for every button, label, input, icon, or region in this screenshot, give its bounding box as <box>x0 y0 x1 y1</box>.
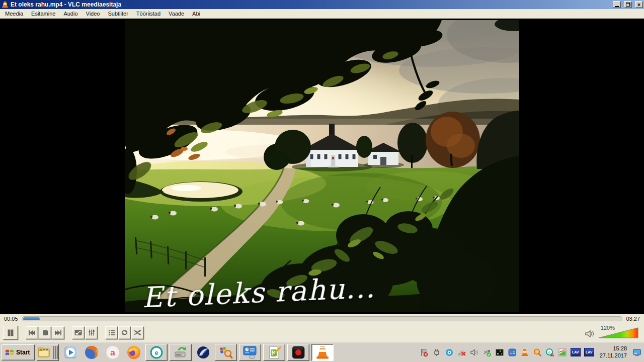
stop-icon <box>42 330 48 336</box>
total-time: 03:27 <box>626 316 640 322</box>
menu-esitamine[interactable]: Esitamine <box>27 10 59 18</box>
blue-dot-icon[interactable] <box>445 348 454 357</box>
start-label: Start <box>16 349 30 356</box>
volume-percent: 120% <box>601 325 615 331</box>
speaker-icon <box>585 329 595 339</box>
menu-meedia[interactable]: Meedia <box>1 10 27 18</box>
video-area[interactable]: Et oleks rahu... <box>0 19 644 314</box>
menu-abi[interactable]: Abi <box>188 10 204 18</box>
seek-slider[interactable] <box>22 316 623 321</box>
menu-audio[interactable]: Audio <box>59 10 82 18</box>
menu-vaade[interactable]: Vaade <box>165 10 188 18</box>
tray-volume-icon[interactable] <box>470 348 479 357</box>
elapsed-time: 00:05 <box>4 316 18 322</box>
blue-feather-icon[interactable] <box>194 344 213 361</box>
pond <box>162 182 238 198</box>
volume-control[interactable]: 120% <box>585 327 641 339</box>
video-frame: Et oleks rahu... <box>125 20 519 312</box>
record-icon <box>291 345 305 359</box>
display-settings-icon <box>243 345 258 359</box>
shuffle-icon <box>134 329 141 336</box>
notepad-plus-plus-icon <box>267 345 281 359</box>
lav-filter-icon-2[interactable]: LAV <box>584 348 594 356</box>
menu-tooriistad[interactable]: Tööriistad <box>132 10 165 18</box>
vlc-taskbar-button[interactable] <box>311 344 334 361</box>
driver-updater-button[interactable] <box>170 344 192 361</box>
lav-filter-icon[interactable]: LAV <box>571 348 581 356</box>
minimize-icon <box>615 6 619 7</box>
windows-media-player-icon[interactable] <box>61 344 80 361</box>
eset-letter: e <box>155 349 158 356</box>
extended-settings-button[interactable] <box>85 326 98 339</box>
previous-button[interactable] <box>26 326 38 339</box>
next-button[interactable] <box>52 326 64 339</box>
start-button[interactable]: Start <box>2 344 35 360</box>
taskbar: Start a <box>0 342 644 362</box>
loop-button[interactable] <box>118 326 131 339</box>
svg-text:e: e <box>548 350 551 354</box>
previous-icon <box>28 330 36 336</box>
show-desktop-icon[interactable] <box>632 348 641 357</box>
amigo-letter: a <box>111 348 116 357</box>
driver-updater-icon <box>174 345 188 359</box>
menu-subtiiter[interactable]: Subtiiter <box>104 10 132 18</box>
windows-update-icon[interactable] <box>508 348 517 357</box>
network-disconnected-icon[interactable] <box>457 348 466 357</box>
security-flag-alert-icon[interactable] <box>420 348 429 357</box>
extended-settings-icon <box>88 329 95 336</box>
menubar: Meedia Esitamine Audio Video Subtiiter T… <box>0 9 644 19</box>
system-tray: e ! LAV LAV 15:28 27.11.2017 <box>420 345 642 359</box>
shuffle-button[interactable] <box>131 326 144 339</box>
seek-progress <box>23 317 40 320</box>
playlist-button[interactable] <box>105 326 118 339</box>
minimize-button[interactable] <box>613 1 621 8</box>
display-settings-button[interactable] <box>239 344 261 361</box>
eset-button[interactable]: e <box>145 344 168 361</box>
playlist-icon <box>108 329 115 336</box>
close-icon: × <box>637 2 640 7</box>
orange-search-icon[interactable] <box>533 348 542 357</box>
fullscreen-button[interactable] <box>72 326 85 339</box>
stacked-windows-icon <box>53 346 58 359</box>
stop-button[interactable] <box>39 326 51 339</box>
plug-icon[interactable] <box>432 348 441 357</box>
search-icon <box>218 345 233 359</box>
loop-icon <box>121 329 128 336</box>
network-monitor-icon[interactable] <box>495 348 504 357</box>
firefox-old-icon[interactable] <box>82 344 101 361</box>
fullscreen-icon <box>74 329 82 336</box>
next-icon <box>54 330 62 336</box>
windows-search-button[interactable] <box>215 344 237 361</box>
windows-logo-icon <box>5 348 14 356</box>
seek-row: 00:05 03:27 <box>0 314 644 323</box>
clock-date: 27.11.2017 <box>600 352 627 359</box>
vlc-cone-icon <box>315 345 330 360</box>
restore-icon <box>626 3 630 7</box>
titlebar: Et oleks rahu.mp4 - VLC meediaesitaja × <box>0 0 644 9</box>
clock-time: 15:28 <box>600 345 627 352</box>
tray-clock[interactable]: 15:28 27.11.2017 <box>600 345 627 359</box>
screen-recorder-button[interactable] <box>287 344 309 361</box>
controls-bar: 120% <box>0 323 644 342</box>
vlc-cone-icon <box>2 1 9 8</box>
window-title: Et oleks rahu.mp4 - VLC meediaesitaja <box>11 0 610 9</box>
close-button[interactable]: × <box>635 1 643 8</box>
svg-text:!: ! <box>551 353 552 356</box>
notepad-plus-plus-button[interactable] <box>263 344 285 361</box>
eset-icon: e <box>149 345 164 359</box>
pause-button[interactable] <box>3 326 18 340</box>
firefox-icon[interactable] <box>124 344 143 361</box>
stats-chart-icon[interactable] <box>558 348 567 357</box>
amigo-browser-icon[interactable]: a <box>103 344 122 361</box>
menu-video[interactable]: Video <box>82 10 104 18</box>
restore-button[interactable] <box>624 1 632 8</box>
folder-icon <box>38 346 51 358</box>
usb-safely-remove-icon[interactable] <box>482 348 492 357</box>
pause-icon <box>8 329 14 336</box>
eset-alert-icon[interactable]: e ! <box>545 348 554 357</box>
file-manager-button[interactable] <box>37 344 59 361</box>
vlc-tray-icon[interactable] <box>520 348 529 357</box>
